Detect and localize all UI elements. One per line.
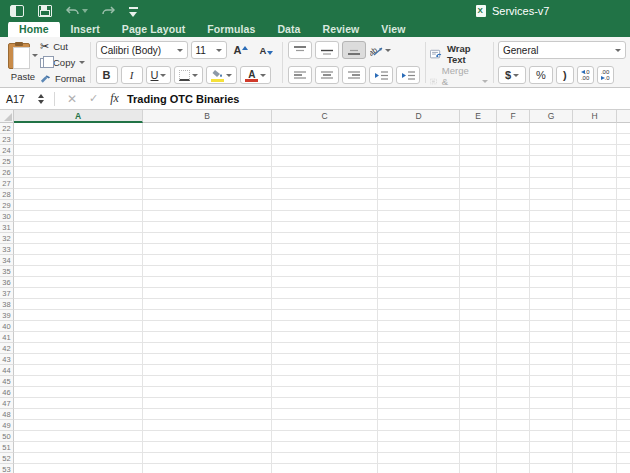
cell-A48[interactable] — [14, 409, 143, 420]
cell-F28[interactable] — [497, 189, 530, 200]
cell-C25[interactable] — [272, 156, 378, 167]
cell-G36[interactable] — [530, 277, 573, 288]
cell-I42[interactable] — [617, 343, 630, 354]
cell-G35[interactable] — [530, 266, 573, 277]
row-header-36[interactable]: 36 — [0, 277, 14, 288]
cell-F37[interactable] — [497, 288, 530, 299]
cell-I38[interactable] — [617, 299, 630, 310]
cell-C40[interactable] — [272, 321, 378, 332]
row-header-50[interactable]: 50 — [0, 431, 14, 442]
cell-H30[interactable] — [573, 211, 617, 222]
cell-B35[interactable] — [143, 266, 272, 277]
column-header-G[interactable]: G — [530, 110, 573, 123]
cell-C48[interactable] — [272, 409, 378, 420]
cell-I24[interactable] — [617, 145, 630, 156]
cell-A42[interactable] — [14, 343, 143, 354]
borders-dropdown-icon[interactable] — [192, 74, 198, 77]
cell-I41[interactable] — [617, 332, 630, 343]
cell-D25[interactable] — [378, 156, 460, 167]
cell-A38[interactable] — [14, 299, 143, 310]
fill-color-dropdown-icon[interactable] — [226, 74, 232, 77]
cell-D31[interactable] — [378, 222, 460, 233]
cell-D42[interactable] — [378, 343, 460, 354]
cell-D33[interactable] — [378, 244, 460, 255]
cell-B53[interactable] — [143, 464, 272, 473]
cell-A37[interactable] — [14, 288, 143, 299]
cell-E31[interactable] — [460, 222, 497, 233]
cell-A45[interactable] — [14, 376, 143, 387]
cell-I37[interactable] — [617, 288, 630, 299]
cell-I26[interactable] — [617, 167, 630, 178]
row-header-45[interactable]: 45 — [0, 376, 14, 387]
row-header-41[interactable]: 41 — [0, 332, 14, 343]
cell-C36[interactable] — [272, 277, 378, 288]
cell-A44[interactable] — [14, 365, 143, 376]
column-header-C[interactable]: C — [272, 110, 378, 123]
paste-button[interactable]: Paste — [8, 43, 38, 82]
cell-F45[interactable] — [497, 376, 530, 387]
cell-A33[interactable] — [14, 244, 143, 255]
cell-E51[interactable] — [460, 442, 497, 453]
align-bottom-button[interactable] — [342, 41, 366, 59]
cell-E46[interactable] — [460, 387, 497, 398]
cell-A40[interactable] — [14, 321, 143, 332]
row-header-30[interactable]: 30 — [0, 211, 14, 222]
column-header-H[interactable]: H — [573, 110, 617, 123]
row-header-43[interactable]: 43 — [0, 354, 14, 365]
cut-button[interactable]: ✂ Cut — [40, 41, 85, 52]
underline-dropdown-icon[interactable] — [160, 74, 166, 77]
cell-F48[interactable] — [497, 409, 530, 420]
cell-G52[interactable] — [530, 453, 573, 464]
cell-A22[interactable] — [14, 123, 143, 134]
cell-D38[interactable] — [378, 299, 460, 310]
cell-A27[interactable] — [14, 178, 143, 189]
cell-C35[interactable] — [272, 266, 378, 277]
cell-G25[interactable] — [530, 156, 573, 167]
cell-D52[interactable] — [378, 453, 460, 464]
cell-I45[interactable] — [617, 376, 630, 387]
merge-center-dropdown-icon[interactable] — [482, 80, 488, 83]
cell-E37[interactable] — [460, 288, 497, 299]
row-header-33[interactable]: 33 — [0, 244, 14, 255]
cell-F42[interactable] — [497, 343, 530, 354]
cell-B39[interactable] — [143, 310, 272, 321]
cell-G53[interactable] — [530, 464, 573, 473]
cell-E23[interactable] — [460, 134, 497, 145]
cell-H37[interactable] — [573, 288, 617, 299]
cell-H52[interactable] — [573, 453, 617, 464]
cell-H41[interactable] — [573, 332, 617, 343]
cell-B29[interactable] — [143, 200, 272, 211]
cell-F53[interactable] — [497, 464, 530, 473]
cell-F34[interactable] — [497, 255, 530, 266]
row-header-23[interactable]: 23 — [0, 134, 14, 145]
cell-C29[interactable] — [272, 200, 378, 211]
borders-button[interactable] — [174, 66, 203, 84]
cell-G46[interactable] — [530, 387, 573, 398]
undo-icon[interactable] — [66, 5, 79, 17]
cell-B41[interactable] — [143, 332, 272, 343]
cell-H38[interactable] — [573, 299, 617, 310]
cell-F30[interactable] — [497, 211, 530, 222]
cell-F25[interactable] — [497, 156, 530, 167]
tab-page-layout[interactable]: Page Layout — [111, 21, 197, 37]
cell-E25[interactable] — [460, 156, 497, 167]
cell-C33[interactable] — [272, 244, 378, 255]
cell-D41[interactable] — [378, 332, 460, 343]
cell-E26[interactable] — [460, 167, 497, 178]
tab-home[interactable]: Home — [8, 21, 60, 37]
align-top-button[interactable] — [288, 41, 312, 59]
cell-F35[interactable] — [497, 266, 530, 277]
cell-E35[interactable] — [460, 266, 497, 277]
row-header-28[interactable]: 28 — [0, 189, 14, 200]
column-header-F[interactable]: F — [497, 110, 530, 123]
cell-F29[interactable] — [497, 200, 530, 211]
orientation-button[interactable]: ab — [369, 41, 393, 59]
cell-H46[interactable] — [573, 387, 617, 398]
cell-E41[interactable] — [460, 332, 497, 343]
row-header-53[interactable]: 53 — [0, 464, 14, 473]
row-header-27[interactable]: 27 — [0, 178, 14, 189]
row-header-26[interactable]: 26 — [0, 167, 14, 178]
cell-E43[interactable] — [460, 354, 497, 365]
cell-H50[interactable] — [573, 431, 617, 442]
cell-D50[interactable] — [378, 431, 460, 442]
